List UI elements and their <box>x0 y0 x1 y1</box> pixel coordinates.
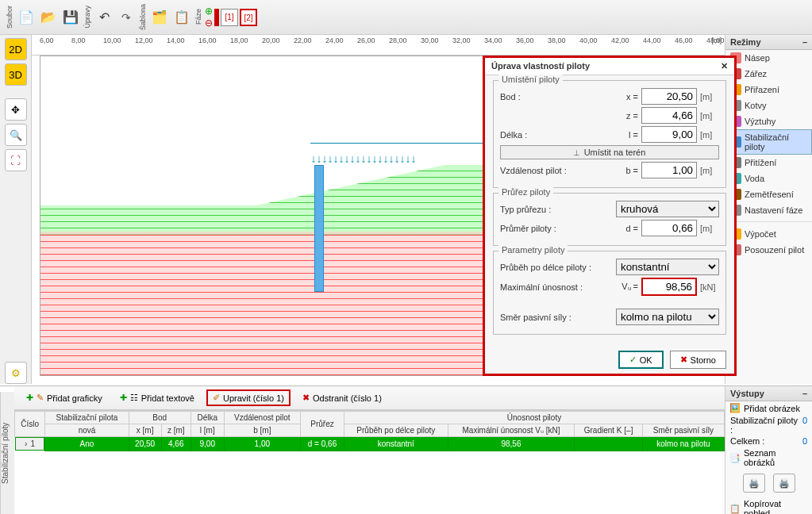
new-file-button[interactable]: 📄 <box>16 7 37 28</box>
mode-zemětřesení[interactable]: Zemětřesení <box>725 186 812 202</box>
l-input[interactable] <box>641 126 697 143</box>
surcharge-icon <box>310 143 493 165</box>
add-phase-button[interactable]: ⊕ <box>205 6 213 17</box>
close-icon[interactable]: ✕ <box>721 61 728 71</box>
modes-calc[interactable]: Výpočet <box>725 226 812 242</box>
edit-button[interactable]: ✐Upravit (číslo 1) <box>206 389 291 406</box>
modes-panel: Režimy– NásepZářezPřiřazeníKotvyVýztuhyS… <box>725 35 812 384</box>
ruler: 6,008,0010,0012,0014,0016,0018,0020,0022… <box>32 35 725 56</box>
add-graphic-button[interactable]: ✚✎Přidat graficky <box>21 390 108 405</box>
ruler-tick: 28,00 <box>389 36 407 44</box>
mode-přitížení[interactable]: Přitížení <box>725 155 812 171</box>
outputs-header: Výstupy– <box>725 386 812 401</box>
view-3d-button[interactable]: 3D <box>5 63 27 86</box>
add-picture-button[interactable]: 🖼️Přidat obrázek <box>725 401 812 415</box>
picture-plus-icon: 🖼️ <box>729 403 741 413</box>
save-button[interactable]: 💾 <box>60 7 81 28</box>
zoom-button[interactable]: 🔍 <box>5 124 27 146</box>
ruler-tick: 24,00 <box>325 36 344 44</box>
ruler-tick: 6,00 <box>40 36 54 44</box>
pile-properties-dialog: Úprava vlastností piloty ✕ Umístění pilo… <box>483 56 737 376</box>
copy-button[interactable]: 📋 <box>171 7 192 28</box>
ruler-tick: 42,00 <box>611 36 629 44</box>
mode-voda[interactable]: Voda <box>725 171 812 186</box>
section-fieldset: Průřez piloty Typ průřezu :kruhová Průmě… <box>493 193 726 246</box>
pan-button[interactable]: ✥ <box>5 98 27 121</box>
ruler-tick: 30,00 <box>421 36 439 44</box>
print-1-button[interactable]: 🖨️ <box>743 474 765 493</box>
minimize-icon[interactable]: – <box>802 37 807 47</box>
open-file-button[interactable]: 📂 <box>38 7 59 28</box>
terrain-icon: ⟂ <box>574 148 579 157</box>
dialog-title: Úprava vlastností piloty <box>491 61 590 71</box>
table-row[interactable]: ›1 Ano 20,50 4,66 9,00 1,00 d = 0,66 kon… <box>15 437 725 451</box>
place-on-terrain-button[interactable]: ⟂Umístit na terén <box>500 145 719 159</box>
distribution-select[interactable]: konstantní <box>616 259 719 275</box>
outputs-panel: Výstupy– 🖼️Přidat obrázek Stabilizační p… <box>725 386 812 514</box>
settings-button[interactable]: ⚙ <box>5 362 27 384</box>
vu-input[interactable] <box>641 278 697 296</box>
ok-button[interactable]: ✓OK <box>618 351 664 369</box>
view-2d-button[interactable]: 2D <box>5 38 27 60</box>
params-fieldset: Parametry piloty Průběh po délce piloty … <box>493 251 726 335</box>
mode-kotvy[interactable]: Kotvy <box>725 98 812 113</box>
ruler-tick: 12,00 <box>135 36 153 44</box>
ruler-tick: 32,00 <box>452 36 471 44</box>
copy-view-button[interactable]: 📋Kopírovat pohled <box>725 497 812 514</box>
check-icon: ✓ <box>629 355 637 365</box>
piles-table-wrap: Číslo Stabilizační pilota Bod Délka Vzdá… <box>14 410 725 514</box>
mode-nastavení-fáze[interactable]: Nastavení fáze <box>725 202 812 218</box>
cross-icon: ✖ <box>680 355 687 365</box>
remove-phase-button[interactable]: ⊖ <box>205 17 213 29</box>
section-type-select[interactable]: kruhová <box>616 201 719 217</box>
mode-stabilizační-piloty[interactable]: Stabilizační piloty <box>725 129 812 155</box>
phase-2-button[interactable]: [2] <box>240 9 257 26</box>
table-toolbar: ✚✎Přidat graficky ✚☷Přidat textově ✐Upra… <box>14 386 725 410</box>
passive-dir-select[interactable]: kolmo na pilotu <box>616 309 719 325</box>
modes-header: Režimy– <box>725 35 812 50</box>
redo-button[interactable]: ↷ <box>116 7 137 28</box>
ruler-tick: 16,00 <box>198 36 217 44</box>
modes-check[interactable]: Posouzení pilot <box>725 242 812 258</box>
ruler-tick: 38,00 <box>548 36 566 44</box>
list-icon: 📑 <box>729 453 741 463</box>
ruler-tick: 40,00 <box>579 36 598 44</box>
d-input[interactable] <box>641 220 697 236</box>
mode-zářez[interactable]: Zářez <box>725 66 812 82</box>
select-button[interactable]: ⛶ <box>5 149 27 171</box>
pencil-icon: ✐ <box>213 393 220 403</box>
z-input[interactable] <box>641 107 697 124</box>
ruler-tick: 46,00 <box>675 36 693 44</box>
undo-button[interactable]: ↶ <box>94 7 114 28</box>
plus-icon: ✚ <box>26 393 33 403</box>
ruler-tick: 14,00 <box>167 36 185 44</box>
print-2-button[interactable]: 🖨️ <box>773 474 795 493</box>
left-sidebar: 2D 3D ✥ 🔍 ⛶ ⚙ <box>0 35 32 384</box>
template-button[interactable]: 🗂️ <box>149 7 170 28</box>
cross-icon: ✖ <box>302 393 310 403</box>
x-input[interactable] <box>641 88 697 105</box>
ruler-tick: 34,00 <box>484 36 502 44</box>
bottom-left: ✚✎Přidat graficky ✚☷Přidat textově ✐Upra… <box>14 386 725 514</box>
phase-vlabel: Fáze <box>194 9 202 25</box>
mode-přiřazení[interactable]: Přiřazení <box>725 82 812 98</box>
edit-vlabel: Úpravy <box>83 6 91 29</box>
ruler-tick: 8,00 <box>71 36 86 44</box>
minimize-icon[interactable]: – <box>802 389 807 398</box>
picture-list-button[interactable]: 📑Seznam obrázků <box>725 447 812 469</box>
ruler-tick: 22,00 <box>294 36 312 44</box>
add-text-button[interactable]: ✚☷Přidat textově <box>114 390 200 405</box>
mode-výztuhy[interactable]: Výztuhy <box>725 113 812 129</box>
ruler-tick: 20,00 <box>262 36 280 44</box>
delete-button[interactable]: ✖Odstranit (číslo 1) <box>297 390 387 405</box>
plus-icon: ✚ <box>120 393 127 403</box>
bottom-zone: ✚✎Přidat graficky ✚☷Přidat textově ✐Upra… <box>0 386 812 514</box>
cancel-button[interactable]: ✖Storno <box>670 351 726 369</box>
phase-1-button[interactable]: [1] <box>221 9 238 26</box>
dialog-titlebar: Úprava vlastností piloty ✕ <box>485 58 734 75</box>
pile-element[interactable] <box>314 165 324 293</box>
mode-násep[interactable]: Násep <box>725 50 812 66</box>
file-vlabel: Soubor <box>6 6 13 29</box>
ruler-tick: 44,00 <box>643 36 661 44</box>
b-input[interactable] <box>641 162 697 178</box>
